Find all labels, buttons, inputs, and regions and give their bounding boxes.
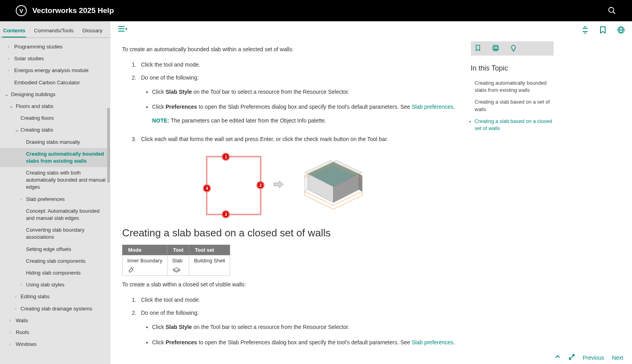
nav-label: Creating automatically bounded slabs fro… <box>26 151 104 164</box>
scroll-top-icon[interactable] <box>554 354 561 362</box>
bullet-slab-style-2: Click Slab Style on the Tool bar to sele… <box>152 319 455 334</box>
nav-label: Energos energy analysis module <box>14 67 89 73</box>
search-icon[interactable] <box>608 6 616 15</box>
nav-label: Floors and slabs <box>16 103 53 109</box>
article-content: To create an automatically bounded slab … <box>110 37 471 364</box>
bulb-icon[interactable] <box>510 45 517 52</box>
nav-label: Creating slab components <box>26 258 86 264</box>
arrow-icon <box>273 180 284 191</box>
nav-offsets[interactable]: Setting edge offsets <box>0 243 110 255</box>
section-heading: Creating a slab based on a closed set of… <box>122 227 455 239</box>
expand-icon[interactable] <box>582 26 589 33</box>
bookmark-icon[interactable] <box>600 26 606 34</box>
nav-concept[interactable]: Concept: Automatically bounded and manua… <box>0 205 110 224</box>
nav-windows[interactable]: ›Windows <box>0 338 110 350</box>
step-2: Do one of the following: Click Slab Styl… <box>138 71 455 133</box>
td-tool: Slab <box>167 255 189 276</box>
nav-slab-prefs[interactable]: ›Slab preferences <box>0 193 110 205</box>
nav-designing[interactable]: Designing buildings <box>0 89 110 100</box>
footer-nav: Previous Next <box>554 354 623 362</box>
print-icon[interactable] <box>492 45 499 52</box>
intro-text: To create an automatically bounded slab … <box>122 45 455 54</box>
bold-term: Slab Style <box>165 89 192 95</box>
nav-creating-floors[interactable]: Creating floors <box>0 112 110 124</box>
toc-item-2[interactable]: Creating a slab based on a set of walls <box>471 96 554 115</box>
svg-point-0 <box>609 7 614 13</box>
link-slab-prefs-2[interactable]: Slab preferences <box>412 339 454 345</box>
nav-drawing-manually[interactable]: Drawing slabs manually <box>0 136 110 148</box>
nav-label: Creating slab drainage systems <box>20 306 92 312</box>
callout-4: 4 <box>203 185 210 192</box>
inner-boundary-icon <box>127 266 136 273</box>
nav-roofs[interactable]: ›Roofs <box>0 327 110 338</box>
prev-link[interactable]: Previous <box>583 355 604 361</box>
nav-label: Hiding slab components <box>26 270 81 276</box>
toc-item-3[interactable]: Creating a slab based on a closed set of… <box>471 115 554 134</box>
th-mode: Mode <box>123 245 167 255</box>
collapse-sidebar-icon[interactable] <box>117 25 127 34</box>
nav-label: Drawing slabs manually <box>26 139 80 145</box>
app-title: Vectorworks 2025 Help <box>32 6 114 15</box>
step-2b: Do one of the following: Click Slab Styl… <box>138 306 455 355</box>
mini-toolbar <box>471 41 554 56</box>
tab-commands[interactable]: Commands/Tools <box>33 24 74 37</box>
nav-styles[interactable]: ›Using slab styles <box>0 279 110 291</box>
nav-both[interactable]: Creating slabs with both automatically b… <box>0 167 110 193</box>
wall-plan-diagram: 1 2 3 4 <box>206 156 261 215</box>
th-tool: Tool <box>167 245 189 255</box>
step-label: Do one of the following: <box>141 310 199 316</box>
toc-item-1[interactable]: Creating automatically bounded slabs fro… <box>471 77 554 96</box>
nav-label: Editing slabs <box>20 293 50 299</box>
tab-contents[interactable]: Contents <box>2 24 26 37</box>
scrollbar-thumb[interactable] <box>107 108 110 183</box>
nav-solar[interactable]: ›Solar studies <box>0 53 110 65</box>
note-block: NOTE: The parameters can be edited later… <box>152 116 455 125</box>
th-toolset: Tool set <box>189 245 230 255</box>
nav-walls[interactable]: ›Walls <box>0 315 110 327</box>
step-1b: Click the tool and mode. <box>138 293 455 306</box>
next-link[interactable]: Next <box>612 355 623 361</box>
nav-editing[interactable]: ›Editing slabs <box>0 291 110 303</box>
nav-converting[interactable]: Converting slab boundary associations <box>0 224 110 243</box>
nav-label: Using slab styles <box>26 282 65 288</box>
figure-diagram: 1 2 3 4 <box>122 156 455 215</box>
nav-label: Windows <box>16 341 37 347</box>
nav-floors[interactable]: Floors and slabs <box>0 100 110 112</box>
nav-embodied[interactable]: Embodied Carbon Calculator <box>0 77 110 89</box>
td-mode: Inner Boundary <box>123 255 167 276</box>
nav-creating-slabs[interactable]: Creating slabs <box>0 124 110 136</box>
callout-1: 1 <box>222 153 229 160</box>
nav-label: Converting slab boundary associations <box>26 227 84 240</box>
svg-point-19 <box>133 267 134 268</box>
nav-label: Designing buildings <box>11 91 56 97</box>
expand-window-icon[interactable] <box>569 354 575 362</box>
step-3: Click each wall that forms the wall set … <box>138 133 455 146</box>
nav-hiding[interactable]: Hiding slab components <box>0 267 110 279</box>
nav-label: Creating slabs with both automatically b… <box>26 170 106 190</box>
app-header: V Vectorworks 2025 Help <box>0 0 632 21</box>
main: To create an automatically bounded slab … <box>110 21 632 364</box>
nav-label: Setting edge offsets <box>26 246 71 252</box>
nav-auto-bounded[interactable]: Creating automatically bounded slabs fro… <box>0 148 110 167</box>
nav-label: Solar studies <box>14 56 44 61</box>
svg-rect-21 <box>493 47 498 50</box>
content-wrap: To create an automatically bounded slab … <box>110 21 632 364</box>
bookmark-small-icon[interactable] <box>475 45 481 52</box>
nav-programming[interactable]: ›Programming studies <box>0 41 110 53</box>
step-label: Do one of the following: <box>141 74 199 81</box>
top-toolbar <box>110 21 632 37</box>
nav-label: Programming studies <box>14 44 63 50</box>
nav-drainage[interactable]: ›Creating slab drainage systems <box>0 303 110 315</box>
callout-2: 2 <box>257 182 264 189</box>
nav-label: Concept: Automatically bounded and manua… <box>26 208 99 221</box>
callout-3: 3 <box>222 211 229 218</box>
globe-icon[interactable] <box>617 26 625 34</box>
isometric-slab <box>296 156 371 215</box>
bold-term: Preferences <box>165 104 197 110</box>
nav-label: Roofs <box>16 329 29 335</box>
aside-title: In this Topic <box>471 64 554 72</box>
nav-energos[interactable]: ›Energos energy analysis module <box>0 65 110 76</box>
tab-glossary[interactable]: Glossary <box>82 24 103 37</box>
nav-components[interactable]: Creating slab components <box>0 255 110 267</box>
link-slab-prefs[interactable]: Slab preferences <box>412 104 454 110</box>
